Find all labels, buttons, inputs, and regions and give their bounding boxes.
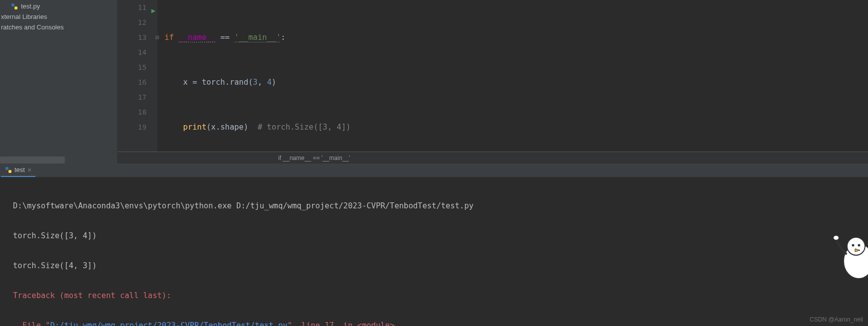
svg-point-5 <box>847 237 865 255</box>
line-number: 15 <box>138 63 147 71</box>
svg-rect-2 <box>5 167 8 170</box>
run-tab-label: test <box>14 166 25 173</box>
svg-rect-3 <box>8 170 11 173</box>
sidebar-item-label: test.py <box>21 2 40 10</box>
sidebar-file-test[interactable]: test.py <box>0 1 117 11</box>
code-line-12[interactable]: x = torch.rand(3, 4) <box>165 75 868 90</box>
watermark: CSDN @Aaron_neil <box>810 316 863 323</box>
line-number: 18 <box>138 108 147 116</box>
line-number: 19 <box>138 123 147 131</box>
mascot-decoration <box>831 226 868 281</box>
line-number: 13 <box>138 33 147 41</box>
line-number: 14 <box>138 48 147 56</box>
run-tab-test[interactable]: test × <box>1 163 35 177</box>
code-line-11[interactable]: ⊟if __name__ == '__main__': <box>165 30 868 45</box>
breadcrumb[interactable]: if __name__ == '__main__' <box>118 152 868 163</box>
code-editor[interactable]: 11▶ 12 13 14 15 16 17 18 19 ⊟if __name__… <box>118 0 868 163</box>
fold-icon[interactable]: ⊟ <box>156 30 159 45</box>
editor-gutter[interactable]: 11▶ 12 13 14 15 16 17 18 19 <box>118 0 158 152</box>
code-content[interactable]: ⊟if __name__ == '__main__': x = torch.ra… <box>158 0 868 152</box>
line-number: 16 <box>138 78 147 86</box>
python-run-icon <box>5 166 12 173</box>
svg-rect-0 <box>11 3 14 6</box>
code-line-13[interactable]: print(x.shape) # torch.Size([3, 4]) <box>165 120 868 135</box>
line-number: 11 <box>138 3 147 11</box>
sidebar-external-libraries[interactable]: xternal Libraries <box>0 11 117 22</box>
line-number: 17 <box>138 93 147 101</box>
breadcrumb-text: if __name__ == '__main__' <box>278 155 350 162</box>
svg-point-8 <box>833 235 839 240</box>
svg-rect-1 <box>14 6 17 9</box>
project-sidebar[interactable]: test.py xternal Libraries ratches and Co… <box>0 0 118 163</box>
sidebar-item-label: xternal Libraries <box>1 13 47 20</box>
sidebar-scrollbar[interactable] <box>0 157 65 163</box>
run-tab-bar: test × <box>0 163 868 177</box>
close-icon[interactable]: × <box>27 166 31 174</box>
console-line-out2: torch.Size([4, 3]) <box>13 258 866 273</box>
python-file-icon <box>11 3 18 10</box>
console-line-out1: torch.Size([3, 4]) <box>13 228 866 243</box>
traceback-file-link[interactable]: D:/tju_wmq/wmq_project/2023-CVPR/TenbodT… <box>50 321 288 326</box>
svg-point-6 <box>852 244 855 247</box>
console-traceback-head: Traceback (most recent call last): <box>13 288 866 303</box>
console-line-cmd: D:\mysoftware\Anaconda3\envs\pytorch\pyt… <box>13 198 866 213</box>
line-number: 12 <box>138 18 147 26</box>
run-gutter-icon[interactable]: ▶ <box>152 3 156 18</box>
sidebar-item-label: ratches and Consoles <box>1 23 64 31</box>
svg-point-7 <box>858 244 861 247</box>
sidebar-scratches[interactable]: ratches and Consoles <box>0 22 117 32</box>
run-console[interactable]: D:\mysoftware\Anaconda3\envs\pytorch\pyt… <box>0 177 868 312</box>
console-traceback-file: File "D:/tju_wmq/wmq_project/2023-CVPR/T… <box>13 318 866 326</box>
